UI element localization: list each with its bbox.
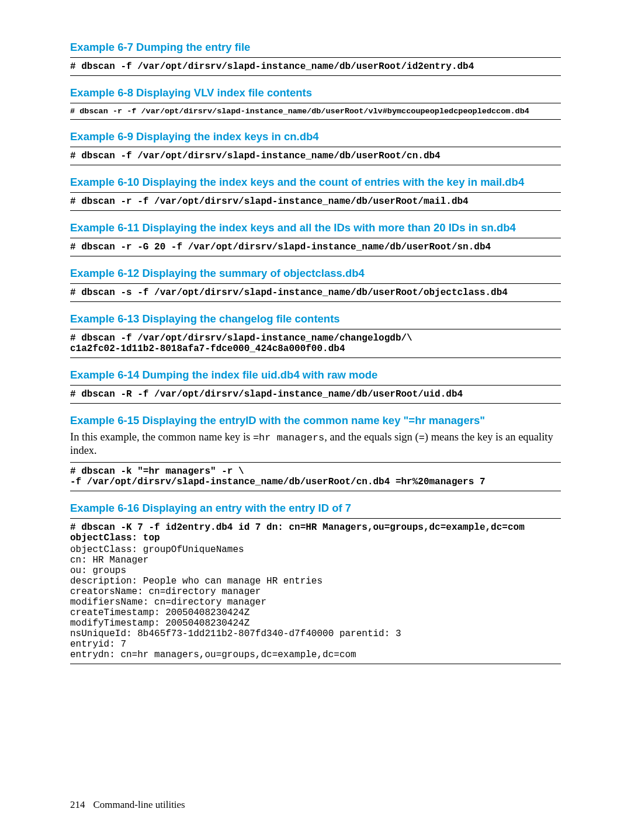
body-text: In this example, the common name key is … (70, 431, 561, 457)
example-title: Example 6-10 Displaying the index keys a… (70, 176, 561, 189)
rule (70, 147, 561, 147)
example-title: Example 6-16 Displaying an entry with th… (70, 502, 561, 515)
rule (70, 238, 561, 238)
example-6-13: Example 6-13 Displaying the changelog fi… (70, 313, 561, 358)
rule (70, 192, 561, 193)
rule (70, 403, 561, 404)
code-block: # dbscan -R -f /var/opt/dirsrv/slapd-ins… (70, 389, 561, 400)
rule (70, 119, 561, 120)
example-title: Example 6-12 Displaying the summary of o… (70, 267, 561, 280)
code-block: # dbscan -k "=hr managers" -r \ -f /var/… (70, 466, 561, 487)
code-block: # dbscan -f /var/opt/dirsrv/slapd-instan… (70, 61, 561, 72)
example-6-15: Example 6-15 Displaying the entryID with… (70, 414, 561, 491)
code-block: # dbscan -f /var/opt/dirsrv/slapd-instan… (70, 151, 561, 161)
example-title: Example 6-8 Displaying VLV index file co… (70, 86, 561, 99)
code-block: # dbscan -K 7 -f id2entry.db4 id 7 dn: c… (70, 522, 561, 543)
rule (70, 210, 561, 211)
rule (70, 165, 561, 165)
body-text-span: , and the equals sign ( (324, 431, 418, 443)
code-block: # dbscan -f /var/opt/dirsrv/slapd-instan… (70, 333, 561, 354)
body-text-span: In this example, the common name key is (70, 431, 253, 443)
example-6-16: Example 6-16 Displaying an entry with th… (70, 502, 561, 664)
rule (70, 462, 561, 463)
rule (70, 329, 561, 329)
example-6-9: Example 6-9 Displaying the index keys in… (70, 130, 561, 165)
code-block: # dbscan -s -f /var/opt/dirsrv/slapd-ins… (70, 287, 561, 298)
rule (70, 518, 561, 519)
output-block: objectClass: groupOfUniqueNames cn: HR M… (70, 544, 561, 660)
example-6-12: Example 6-12 Displaying the summary of o… (70, 267, 561, 302)
example-6-14: Example 6-14 Dumping the index file uid.… (70, 369, 561, 404)
rule (70, 57, 561, 58)
example-title: Example 6-14 Dumping the index file uid.… (70, 369, 561, 381)
example-6-8: Example 6-8 Displaying VLV index file co… (70, 86, 561, 120)
page-footer: 214Command-line utilities (70, 799, 185, 811)
rule (70, 75, 561, 76)
example-6-7: Example 6-7 Dumping the entry file # dbs… (70, 41, 561, 76)
page-number: 214 (70, 799, 85, 810)
inline-code: = (419, 432, 425, 443)
example-title: Example 6-13 Displaying the changelog fi… (70, 313, 561, 325)
rule (70, 103, 561, 103)
rule (70, 283, 561, 284)
code-block: # dbscan -r -f /var/opt/dirsrv/slapd-ins… (70, 196, 561, 207)
rule (70, 385, 561, 386)
inline-code: =hr managers (253, 432, 324, 443)
example-title: Example 6-11 Displaying the index keys a… (70, 221, 561, 234)
code-block: # dbscan -r -G 20 -f /var/opt/dirsrv/sla… (70, 242, 561, 252)
rule (70, 301, 561, 302)
example-title: Example 6-15 Displaying the entryID with… (70, 414, 561, 427)
footer-section: Command-line utilities (93, 799, 185, 810)
code-block: # dbscan -r -f /var/opt/dirsrv/slapd-ins… (70, 107, 561, 116)
example-title: Example 6-9 Displaying the index keys in… (70, 130, 561, 143)
example-6-11: Example 6-11 Displaying the index keys a… (70, 221, 561, 256)
example-title: Example 6-7 Dumping the entry file (70, 41, 561, 54)
rule (70, 491, 561, 491)
rule (70, 357, 561, 358)
example-6-10: Example 6-10 Displaying the index keys a… (70, 176, 561, 211)
rule (70, 664, 561, 664)
rule (70, 256, 561, 256)
page: Example 6-7 Dumping the entry file # dbs… (0, 0, 631, 840)
